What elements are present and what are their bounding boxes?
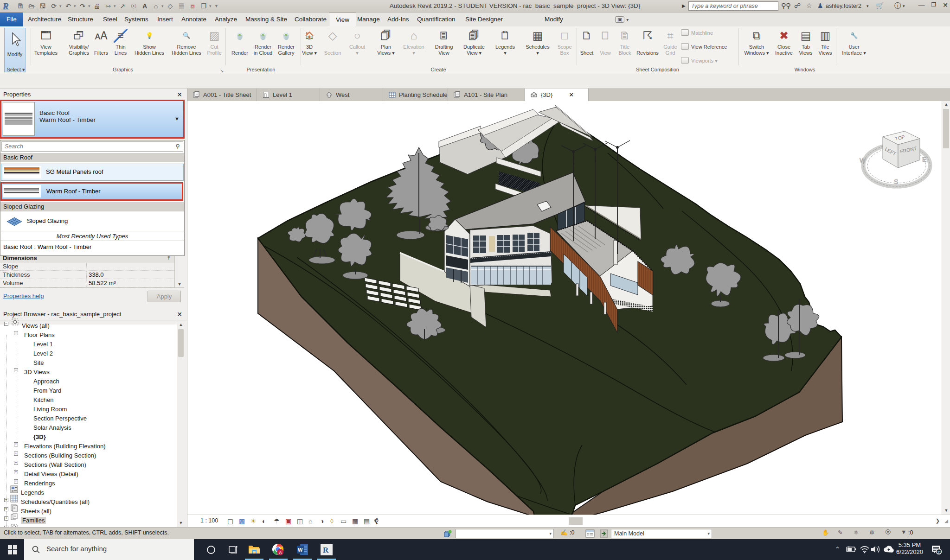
svg-text:W: W [298, 547, 303, 553]
svg-text:11: 11 [937, 550, 942, 554]
svg-text:W: W [860, 157, 866, 164]
svg-text:A: A [279, 550, 282, 555]
svg-text:R: R [2, 1, 9, 11]
svg-text:R: R [323, 546, 329, 554]
svg-text:S: S [894, 178, 898, 185]
svg-text:E: E [922, 156, 926, 163]
